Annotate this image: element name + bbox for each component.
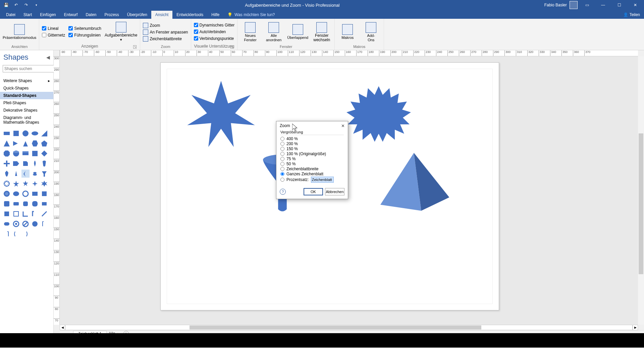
zoom-opt-200[interactable]: 200 % (280, 141, 344, 146)
shape-pyramid-3d[interactable] (377, 150, 451, 217)
tab-daten[interactable]: Daten (82, 11, 100, 19)
shape-star-7pt[interactable] (186, 79, 256, 150)
shape-gallery-item[interactable] (40, 139, 48, 147)
vscroll-thumb[interactable] (639, 133, 643, 274)
shape-gallery-item[interactable] (21, 129, 30, 137)
shape-gallery-item[interactable] (21, 180, 30, 188)
zoom-opt-wholepage[interactable]: Ganzes Zeichenblatt (280, 172, 344, 176)
fenster-wechseln-button[interactable]: Fenster wechseln (312, 22, 332, 42)
shape-gallery-item[interactable] (12, 210, 20, 218)
shape-gallery-item[interactable] (31, 139, 39, 147)
tab-datei[interactable]: Datei (2, 11, 19, 19)
shape-gallery-item[interactable] (31, 190, 39, 198)
shape-gallery-item[interactable] (12, 139, 20, 147)
stencil-diagramm[interactable]: Diagramm- und Mathematik-Shapes (0, 114, 53, 126)
shape-gallery-item[interactable] (3, 230, 11, 238)
aufgabenbereiche-button[interactable]: Aufgabenbereiche▾ (105, 22, 137, 42)
shape-gallery-item[interactable] (31, 160, 39, 168)
page-width-button[interactable]: Zeichenblattbreite (143, 36, 188, 42)
fit-window-button[interactable]: An Fenster anpassen (143, 29, 188, 35)
zoom-opt-pagewidth[interactable]: Zeichenblattbreite (280, 167, 344, 171)
zoom-opt-percent[interactable]: Prozentsatz: (280, 177, 344, 183)
ueberlappend-button[interactable]: Überlappend (287, 24, 308, 40)
shape-gallery-item[interactable] (21, 230, 30, 238)
window-minimize-icon[interactable]: — (596, 1, 610, 9)
shape-gallery-item[interactable] (3, 139, 11, 147)
shape-gallery-item[interactable] (12, 160, 20, 168)
shape-gallery-item[interactable] (21, 190, 30, 198)
share-button[interactable]: 👤 Teilen (619, 11, 644, 19)
qat-undo-icon[interactable]: ↶ (12, 1, 20, 9)
stencil-pfeil[interactable]: Pfeil-Shapes (0, 99, 53, 107)
stencil-dekorative[interactable]: Dekorative Shapes (0, 107, 53, 114)
qat-redo-icon[interactable]: ↷ (22, 1, 30, 9)
presentation-mode-button[interactable]: Präsentationsmodus (3, 24, 36, 40)
shape-gallery-item[interactable] (3, 160, 11, 168)
shapes-search-input[interactable] (3, 65, 56, 72)
shape-gallery-item[interactable] (31, 129, 39, 137)
ruler-vertical[interactable]: 3002902802702602502402302202102001901801… (54, 56, 60, 325)
stencil-standard[interactable]: Standard-Shapes (0, 92, 53, 99)
shape-gallery-item[interactable] (3, 149, 11, 158)
alle-anordnen-button[interactable]: Alle anordnen (264, 22, 284, 42)
shape-gallery-item[interactable] (3, 210, 11, 218)
neues-fenster-button[interactable]: Neues Fenster (240, 22, 260, 42)
shape-gallery-item[interactable] (12, 170, 20, 178)
shape-gallery-item[interactable] (40, 190, 48, 198)
shape-gallery-item[interactable] (21, 170, 30, 178)
shape-gallery-item[interactable] (3, 220, 11, 228)
drawing-surface[interactable] (60, 56, 638, 325)
shape-gallery-item[interactable] (3, 190, 11, 198)
zoom-opt-75[interactable]: 75 % (280, 157, 344, 161)
zoom-opt-100[interactable]: 100 % (Originalgröße) (280, 152, 344, 156)
chk-gitternetz[interactable]: Gitternetz (42, 33, 65, 38)
shape-gallery-item[interactable] (21, 210, 30, 218)
shape-gallery-item[interactable] (21, 200, 30, 208)
zoom-opt-150[interactable]: 150 % (280, 146, 344, 151)
shape-gallery-item[interactable] (3, 200, 11, 208)
chk-autoverbinden[interactable]: AutoVerbinden (194, 29, 235, 34)
shape-gallery-item[interactable] (12, 180, 20, 188)
anzeigen-launcher[interactable]: ↘ (133, 45, 137, 49)
shape-gallery-item[interactable] (12, 220, 20, 228)
tab-hilfe[interactable]: Hilfe (207, 11, 223, 19)
tab-entwicklertools[interactable]: Entwicklertools (172, 11, 207, 19)
zoom-cancel-button[interactable]: Abbrechen (325, 188, 344, 195)
shape-gallery-item[interactable] (40, 180, 48, 188)
shape-gallery-item[interactable] (21, 220, 30, 228)
stencil-weitere[interactable]: Weitere Shapes▸ (0, 77, 53, 84)
shape-gallery-item[interactable] (3, 180, 11, 188)
horizontal-scrollbar[interactable]: ◀ ▶ (60, 325, 638, 330)
hscroll-right-icon[interactable]: ▶ (633, 325, 638, 330)
qat-save-icon[interactable]: 💾 (2, 1, 10, 9)
makros-button[interactable]: Makros (337, 24, 358, 40)
shape-gallery-item[interactable] (21, 160, 30, 168)
shape-gallery-item[interactable] (12, 200, 20, 208)
shape-gallery-item[interactable] (40, 210, 48, 218)
user-avatar-icon[interactable] (570, 1, 578, 9)
hscroll-left-icon[interactable]: ◀ (60, 325, 65, 330)
ribbon-display-options-icon[interactable]: ▭ (580, 1, 594, 9)
tell-me-search[interactable]: 💡 Was möchten Sie tun? (223, 11, 279, 19)
user-name[interactable]: Fabio Basler (544, 3, 567, 7)
zoom-button[interactable]: Zoom (143, 23, 188, 28)
shape-gallery-item[interactable] (12, 129, 20, 137)
shape-gallery-item[interactable] (31, 220, 39, 228)
tab-einfuegen[interactable]: Einfügen (36, 11, 60, 19)
zoom-percent-input[interactable] (311, 177, 334, 183)
vertical-scrollbar[interactable] (638, 56, 644, 325)
shape-gallery-item[interactable] (40, 220, 48, 228)
tab-ansicht[interactable]: Ansicht (151, 11, 172, 19)
shape-gallery-item[interactable] (12, 149, 20, 158)
tab-prozess[interactable]: Prozess (100, 11, 123, 19)
zoom-dialog-close-icon[interactable]: ✕ (340, 123, 346, 129)
shape-gallery-item[interactable] (31, 170, 39, 178)
shape-gallery-item[interactable] (40, 170, 48, 178)
shape-gallery-item[interactable] (31, 149, 39, 158)
collapse-panel-icon[interactable]: ◀ (46, 55, 50, 60)
stencil-quick[interactable]: Quick-Shapes (0, 84, 53, 92)
shape-gallery-item[interactable] (40, 149, 48, 158)
shape-gallery-item[interactable] (31, 180, 39, 188)
hscroll-thumb[interactable] (190, 325, 481, 329)
shape-gallery-item[interactable] (21, 149, 30, 158)
